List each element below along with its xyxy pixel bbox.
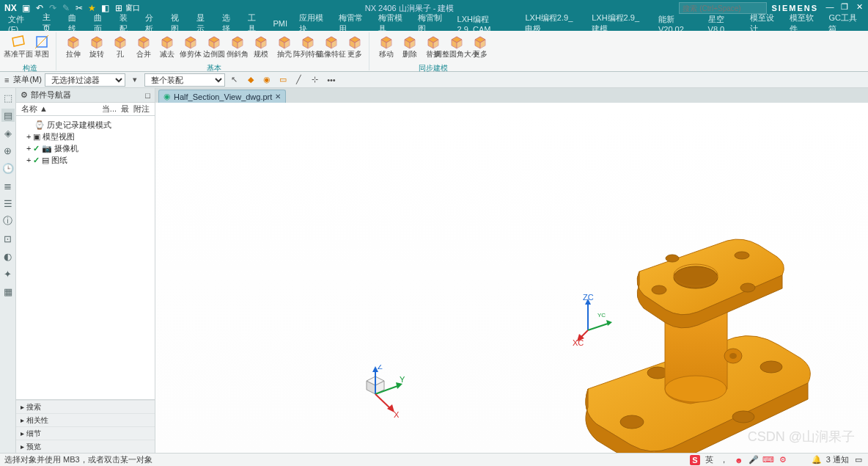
- svg-point-68: [735, 252, 749, 259]
- document-tab[interactable]: ◉ Half_Section_View_dwg.prt ✕: [158, 90, 286, 103]
- status-hint: 选择对象并使用 MB3，或者双击某一对象: [4, 454, 152, 465]
- tree-item[interactable]: +✓📷摄像机: [19, 142, 152, 154]
- ribbon-规模[interactable]: 规模: [250, 32, 272, 63]
- ime-mic-icon[interactable]: 🎤: [749, 455, 759, 465]
- ribbon-group-basic: 拉伸旋转孔合并减去修剪体边倒圆倒斜角规模抽壳阵列特征镜像特征更多 基本: [59, 32, 369, 70]
- more-icon[interactable]: •••: [325, 73, 338, 87]
- part-icon: ◉: [163, 92, 171, 101]
- ribbon-更多[interactable]: 更多: [469, 32, 491, 63]
- filter-icon[interactable]: ▾: [128, 73, 141, 87]
- wcs-triad[interactable]: ZC YC XC: [577, 297, 614, 341]
- selection-filter-select[interactable]: 无选择过滤器: [45, 73, 125, 87]
- part-navigator: ⚙ 部件导航器 □ 名称 ▲当...最附注 ⌚历史记录建模模式+▣模型视图+✓📷…: [16, 88, 155, 453]
- constraint-icon[interactable]: ⊕: [1, 144, 15, 157]
- svg-point-69: [740, 283, 755, 292]
- nav-section[interactable]: ▸ 预览: [16, 440, 155, 453]
- scope-select[interactable]: 整个装配: [144, 73, 225, 87]
- roles-icon[interactable]: ☰: [1, 197, 15, 210]
- ribbon-更多[interactable]: 更多: [344, 32, 366, 63]
- tool-icon[interactable]: ◉: [260, 73, 273, 87]
- navigator-tree: ⌚历史记录建模模式+▣模型视图+✓📷摄像机+✓▤图纸: [16, 116, 155, 399]
- ribbon-倒斜角[interactable]: 倒斜角: [227, 32, 249, 63]
- ribbon-移动[interactable]: 移动: [375, 32, 397, 63]
- menu-10[interactable]: PMI: [271, 18, 290, 29]
- history-icon[interactable]: 🕒: [1, 161, 15, 175]
- nav-section[interactable]: ▸ 细节: [16, 426, 155, 440]
- ime-emo-icon[interactable]: ☻: [734, 455, 744, 465]
- info-icon[interactable]: ⓘ: [1, 214, 15, 227]
- ribbon-group-sync: 移动删除替换调整圆角大小更多 同步建模: [372, 32, 494, 70]
- qat-redo-icon[interactable]: ↷: [46, 1, 59, 15]
- nav-section[interactable]: ▸ 搜索: [16, 400, 155, 413]
- graphics-area: ◉ Half_Section_View_dwg.prt ✕: [155, 88, 868, 453]
- svg-point-59: [760, 361, 782, 373]
- svg-point-57: [620, 415, 644, 429]
- svg-marker-0: [12, 36, 24, 46]
- ribbon-阵列特征[interactable]: 阵列特征: [297, 32, 319, 63]
- ime-punct-icon[interactable]: ，: [719, 455, 729, 465]
- document-tab-strip: ◉ Half_Section_View_dwg.prt ✕: [155, 88, 868, 103]
- qat-edit-icon[interactable]: ✎: [59, 1, 73, 15]
- ribbon-group-construct: 基准平面 草图 构造: [4, 32, 56, 70]
- box-icon[interactable]: ▭: [276, 73, 290, 87]
- highlight-icon[interactable]: ◆: [244, 73, 257, 87]
- ime-lang-icon[interactable]: 英: [705, 455, 715, 465]
- svg-line-72: [588, 323, 610, 330]
- viewport[interactable]: ZC YC XC Z Y X: [155, 103, 868, 453]
- ribbon-边倒圆[interactable]: 边倒圆: [203, 32, 225, 63]
- reuse-icon[interactable]: ◈: [1, 126, 15, 139]
- ribbon: 基准平面 草图 构造 拉伸旋转孔合并减去修剪体边倒圆倒斜角规模抽壳阵列特征镜像特…: [0, 31, 868, 72]
- svg-marker-73: [606, 320, 612, 326]
- ribbon-抽壳[interactable]: 抽壳: [273, 32, 295, 63]
- ribbon-旋转[interactable]: 旋转: [86, 32, 108, 63]
- ribbon-替换[interactable]: 替换: [422, 32, 444, 63]
- ribbon-修剪体[interactable]: 修剪体: [180, 32, 202, 63]
- collapse-icon[interactable]: □: [145, 91, 150, 100]
- datum-plane-button[interactable]: 基准平面: [7, 32, 29, 63]
- misc2-icon[interactable]: ✦: [1, 267, 15, 280]
- status-flag-icon[interactable]: ▭: [853, 455, 864, 465]
- watermark: CSDN @山涧果子: [748, 428, 855, 445]
- misc1-icon[interactable]: ◐: [1, 250, 15, 263]
- svg-point-60: [732, 411, 754, 423]
- navigator-columns[interactable]: 名称 ▲当...最附注: [16, 103, 155, 116]
- misc3-icon[interactable]: ▦: [1, 285, 15, 298]
- sketch-button[interactable]: 草图: [31, 32, 53, 63]
- status-bar: 选择对象并使用 MB3，或者双击某一对象 S 英 ， ☻ 🎤 ⌨ ⚙ 🔔 3 通…: [0, 453, 868, 466]
- menu-button[interactable]: 菜单(M): [13, 74, 42, 85]
- svg-text:X: X: [394, 410, 400, 419]
- ribbon-删除[interactable]: 删除: [399, 32, 421, 63]
- ribbon-拉伸[interactable]: 拉伸: [62, 32, 84, 63]
- snap-icon[interactable]: ⊹: [309, 73, 322, 87]
- layer-icon[interactable]: ≣: [1, 179, 15, 192]
- ribbon-镜像特征[interactable]: 镜像特征: [320, 32, 342, 63]
- ribbon-孔[interactable]: 孔: [109, 32, 131, 63]
- ribbon-减去[interactable]: 减去: [156, 32, 178, 63]
- tree-item[interactable]: +▣模型视图: [19, 131, 152, 142]
- pointer-icon[interactable]: ↖: [228, 73, 241, 87]
- svg-point-64: [674, 266, 718, 288]
- notification-count[interactable]: 3 通知: [826, 454, 849, 465]
- line-icon[interactable]: ╱: [293, 73, 306, 87]
- gear-icon[interactable]: ⚙: [21, 90, 28, 100]
- tree-item[interactable]: ⌚历史记录建模模式: [19, 119, 152, 131]
- part-nav-icon[interactable]: ▤: [1, 109, 15, 122]
- ime-sogou-icon[interactable]: S: [690, 455, 700, 465]
- view-triad[interactable]: Z Y X: [357, 365, 408, 423]
- ribbon-调整圆角大小[interactable]: 调整圆角大小: [446, 32, 468, 63]
- ime-set-icon[interactable]: ⚙: [778, 455, 788, 465]
- ime-kbd-icon[interactable]: ⌨: [763, 455, 773, 465]
- assembly-nav-icon[interactable]: ⬚: [1, 91, 15, 104]
- nav-section[interactable]: ▸ 相关性: [16, 413, 155, 426]
- navigator-title: 部件导航器: [31, 90, 71, 101]
- tree-item[interactable]: +✓▤图纸: [19, 154, 152, 166]
- svg-text:Z: Z: [378, 365, 383, 371]
- tool-icon[interactable]: ⊡: [1, 232, 15, 245]
- navigator-bottom: ▸ 搜索▸ 相关性▸ 细节▸ 预览: [16, 399, 155, 453]
- svg-point-66: [652, 285, 666, 294]
- tab-close-icon[interactable]: ✕: [275, 92, 281, 101]
- left-resource-bar: ⬚ ▤ ◈ ⊕ 🕒 ≣ ☰ ⓘ ⊡ ◐ ✦ ▦: [0, 88, 16, 453]
- ribbon-合并[interactable]: 合并: [133, 32, 155, 63]
- selection-filter-bar: ≡ 菜单(M) 无选择过滤器 ▾ 整个装配 ↖ ◆ ◉ ▭ ╱ ⊹ •••: [0, 72, 868, 88]
- bell-icon[interactable]: 🔔: [812, 455, 822, 465]
